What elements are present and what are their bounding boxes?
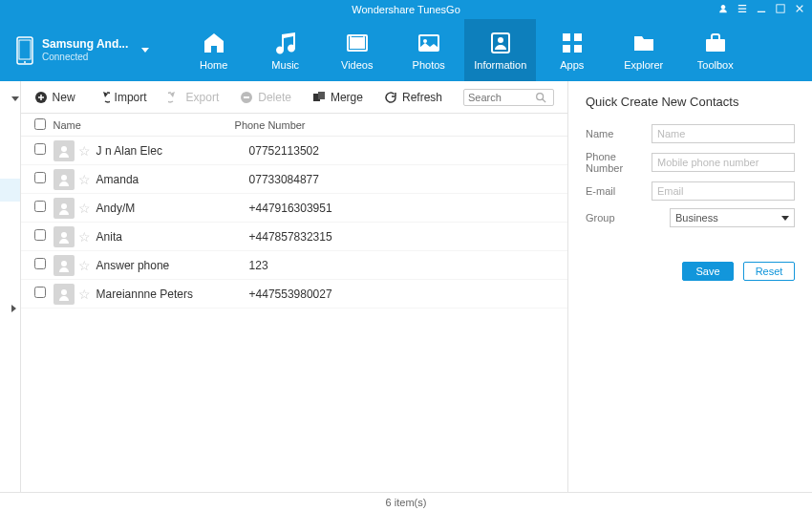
svg-rect-22 <box>318 92 325 99</box>
nav-photos[interactable]: Photos <box>393 19 464 81</box>
search-box[interactable] <box>463 89 554 106</box>
sidebar-group[interactable]: Personal <box>0 202 21 224</box>
toolbox-icon <box>703 31 728 55</box>
select-group[interactable]: Business <box>670 208 795 227</box>
contact-name: J n Alan Elec <box>96 144 249 158</box>
sidebar-contacts[interactable]: Contacts <box>0 87 21 110</box>
sidebar-group[interactable]: Business <box>0 179 21 202</box>
chevron-down-icon <box>781 216 789 221</box>
row-checkbox[interactable] <box>34 201 46 212</box>
svg-rect-6 <box>350 37 365 49</box>
nav-toolbox[interactable]: Toolbox <box>679 19 751 81</box>
star-icon[interactable]: ☆ <box>78 172 91 187</box>
nav-label: Toolbox <box>697 59 734 71</box>
column-name[interactable]: Name <box>53 119 235 131</box>
column-phone[interactable]: Phone Number <box>235 119 554 131</box>
sidebar-sms[interactable]: SMS <box>0 297 21 320</box>
quick-create-panel: Quick Create New Contacts Name Phone Num… <box>568 81 812 492</box>
contact-name: Mareiannne Peters <box>96 287 249 301</box>
sidebar-source-gmail[interactable]: mobiletranser@gmail.c... <box>0 270 21 293</box>
save-button[interactable]: Save <box>682 262 734 281</box>
star-icon[interactable]: ☆ <box>78 143 91 159</box>
star-icon[interactable]: ☆ <box>78 201 91 216</box>
svg-rect-3 <box>19 40 31 59</box>
chevron-down-icon <box>141 48 149 53</box>
status-text: 6 item(s) <box>386 497 427 508</box>
contact-name: Andy/M <box>96 202 249 215</box>
contact-phone: 123 <box>249 259 554 272</box>
nav-home[interactable]: Home <box>178 19 249 81</box>
contact-row[interactable]: ☆Andy/M+447916303951 <box>21 194 567 223</box>
contact-name: Answer phone <box>96 259 249 272</box>
star-icon[interactable]: ☆ <box>78 258 91 273</box>
sidebar-source-phone[interactable]: vnd.sec.contact.phone <box>0 110 21 133</box>
contact-phone: 07733084877 <box>249 173 554 186</box>
avatar-icon <box>53 284 75 305</box>
row-checkbox[interactable] <box>34 258 46 269</box>
import-button[interactable]: Import <box>96 91 147 104</box>
nav-apps[interactable]: Apps <box>536 19 608 81</box>
user-icon[interactable] <box>718 4 728 15</box>
row-checkbox[interactable] <box>34 172 46 183</box>
title-bar: Wondershare TunesGo <box>0 0 812 19</box>
svg-rect-1 <box>777 5 784 12</box>
merge-button[interactable]: Merge <box>312 91 363 104</box>
status-bar: 6 item(s) <box>0 492 812 511</box>
sidebar-source-sim[interactable]: +86 17052694357 <box>0 247 21 270</box>
nav-label: Home <box>200 59 227 71</box>
nav-information[interactable]: Information <box>464 19 536 81</box>
select-all-checkbox[interactable] <box>34 118 46 130</box>
device-status: Connected <box>42 52 128 63</box>
input-phone[interactable] <box>652 153 795 172</box>
sidebar-group[interactable]: Favorites <box>0 133 21 156</box>
search-input[interactable] <box>468 92 535 103</box>
row-checkbox[interactable] <box>34 229 46 241</box>
svg-point-0 <box>721 5 725 9</box>
nav-music[interactable]: Music <box>249 19 321 81</box>
svg-point-8 <box>363 36 365 38</box>
star-icon[interactable]: ☆ <box>78 287 91 302</box>
input-name[interactable] <box>652 124 795 143</box>
delete-button[interactable]: Delete <box>240 91 291 104</box>
toolbar: New Import Export Delete Merge Refresh <box>21 81 567 114</box>
menu-icon[interactable] <box>737 4 747 15</box>
sidebar-group[interactable]: New Group <box>0 224 21 247</box>
videos-icon <box>345 31 370 55</box>
nav-explorer[interactable]: Explorer <box>608 19 679 81</box>
contact-row[interactable]: ☆J n Alan Elec07752113502 <box>21 137 567 165</box>
row-checkbox[interactable] <box>34 287 46 298</box>
avatar-icon <box>53 169 75 190</box>
star-icon[interactable]: ☆ <box>78 229 91 245</box>
refresh-button[interactable]: Refresh <box>384 91 442 104</box>
svg-rect-20 <box>244 96 249 98</box>
contact-row[interactable]: ☆Mareiannne Peters+447553980027 <box>21 280 567 309</box>
svg-rect-13 <box>563 33 570 41</box>
body: Contacts vnd.sec.contact.phone Favorites… <box>0 81 812 492</box>
svg-point-25 <box>61 175 67 181</box>
svg-point-27 <box>61 232 67 238</box>
header-nav: Samsung And... Connected HomeMusicVideos… <box>0 19 812 81</box>
sidebar-group[interactable]: Ungrouped <box>0 156 21 179</box>
label-name: Name <box>586 128 652 139</box>
svg-rect-14 <box>574 33 582 41</box>
input-email[interactable] <box>652 181 795 201</box>
device-selector[interactable]: Samsung And... Connected <box>11 19 159 81</box>
minimize-icon[interactable] <box>757 4 766 15</box>
search-icon <box>535 92 546 103</box>
nav-videos[interactable]: Videos <box>321 19 393 81</box>
nav-label: Photos <box>413 59 445 71</box>
panel-title: Quick Create New Contacts <box>586 95 795 109</box>
close-icon[interactable] <box>795 4 804 15</box>
row-checkbox[interactable] <box>34 143 46 155</box>
export-button[interactable]: Export <box>168 91 220 104</box>
information-icon <box>488 31 513 55</box>
new-button[interactable]: New <box>34 91 75 104</box>
reset-button[interactable]: Reset <box>743 262 795 281</box>
contact-row[interactable]: ☆Amanda07733084877 <box>21 165 567 194</box>
contact-row[interactable]: ☆Answer phone123 <box>21 251 567 280</box>
contact-row[interactable]: ☆Anita+447857832315 <box>21 223 567 251</box>
contact-phone: +447916303951 <box>249 202 554 215</box>
svg-point-7 <box>350 36 352 38</box>
svg-rect-15 <box>563 45 570 53</box>
maximize-icon[interactable] <box>776 4 785 15</box>
